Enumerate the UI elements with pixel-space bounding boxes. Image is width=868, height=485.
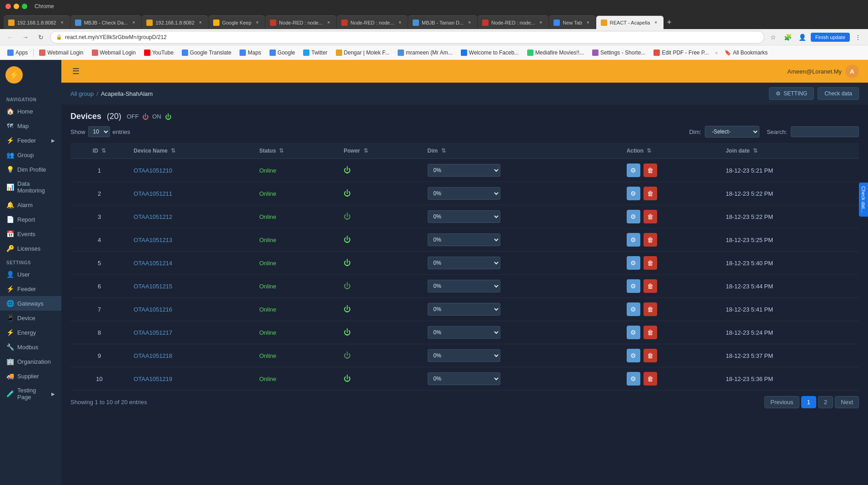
tab-close-7[interactable]: × [466,20,473,26]
minimize-button[interactable] [14,4,19,9]
device-name-link[interactable]: OTAA1051215 [134,283,172,290]
reload-button[interactable]: ↻ [35,31,47,44]
bookmarks-more-icon[interactable]: » [713,50,720,55]
action-sort-icon[interactable]: ⇅ [647,148,651,154]
profile-icon[interactable]: 👤 [796,31,809,44]
settings-action-button[interactable]: ⚙ [627,210,640,223]
dim-cell-select[interactable]: 0% 25% 50% 75% 100% [428,233,500,246]
bookmark-settings[interactable]: Settings - Shorte... [589,48,649,57]
dim-cell-select[interactable]: 0% 25% 50% 75% 100% [428,187,500,200]
tab-close-1[interactable]: × [59,20,65,26]
status-sort-icon[interactable]: ⇅ [279,148,284,154]
sidebar-item-events[interactable]: 📅 Events [0,227,61,241]
device-name-link[interactable]: OTAA1051210 [134,167,172,174]
previous-button[interactable]: Previous [764,396,799,408]
new-tab-button[interactable]: + [664,15,674,29]
settings-action-button[interactable]: ⚙ [627,302,640,316]
sidebar-item-gateways[interactable]: 🌐 Gateways [0,296,61,311]
breadcrumb-all-group[interactable]: All group [70,90,94,97]
extensions-icon[interactable]: 🧩 [782,31,794,44]
delete-action-button[interactable]: 🗑 [644,349,657,362]
sidebar-item-energy[interactable]: ⚡ Energy [0,325,61,340]
sidebar-item-report[interactable]: 📄 Report [0,212,61,227]
page-1-button[interactable]: 1 [801,396,816,408]
device-name-link[interactable]: OTAA1051219 [134,376,172,382]
sidebar-item-modbus[interactable]: 🔧 Modbus [0,340,61,354]
sidebar-item-group[interactable]: 👥 Group [0,148,61,162]
sidebar-item-dim-profile[interactable]: 💡 Dim Profile [0,162,61,177]
sidebar-item-device[interactable]: 📱 Device [0,311,61,325]
delete-action-button[interactable]: 🗑 [644,302,657,316]
delete-action-button[interactable]: 🗑 [644,279,657,293]
sidebar-item-organization[interactable]: 🏢 Organization [0,354,61,369]
settings-action-button[interactable]: ⚙ [627,187,640,200]
settings-action-button[interactable]: ⚙ [627,372,640,386]
settings-action-button[interactable]: ⚙ [627,163,640,177]
tab-close-9[interactable]: × [585,20,591,26]
close-button[interactable] [5,4,11,9]
device-name-link[interactable]: OTAA1051211 [134,190,172,197]
bookmark-webmail2[interactable]: Webmail Login [88,48,140,57]
dim-cell-select[interactable]: 0% 25% 50% 75% 100% [428,164,500,177]
dim-cell-select[interactable]: 0% 25% 50% 75% 100% [428,257,500,269]
bookmark-dengar[interactable]: Dengar | Molek F... [332,48,394,57]
bookmark-twitter[interactable]: Twitter [299,48,331,57]
device-name-link[interactable]: OTAA1051213 [134,237,172,243]
tab-4[interactable]: Google Keep × [209,15,265,29]
setting-button[interactable]: ⚙ SETTING [769,87,814,100]
user-avatar[interactable]: A [845,64,859,78]
dim-cell-select[interactable]: 0% 25% 50% 75% 100% [428,372,500,385]
bookmark-youtube[interactable]: YouTube [140,48,177,57]
delete-action-button[interactable]: 🗑 [644,326,657,339]
settings-action-button[interactable]: ⚙ [627,349,640,362]
bookmark-apps[interactable]: Apps [4,48,31,57]
sidebar-item-licenses[interactable]: 🔑 Licenses [0,241,61,256]
check-data-button[interactable]: Check data [818,87,859,100]
sidebar-item-supplier[interactable]: 🚚 Supplier [0,369,61,383]
tab-close-5[interactable]: × [325,20,332,26]
tab-3[interactable]: 192.168.1.8:8082 × [142,15,208,29]
tab-close-2[interactable]: × [130,20,137,26]
device-name-link[interactable]: OTAA1051214 [134,260,172,267]
search-input[interactable] [791,126,859,137]
dim-select[interactable]: -Select- 0% 25% 50% 75% 100% [705,126,759,138]
tab-close-6[interactable]: × [397,20,403,26]
delete-action-button[interactable]: 🗑 [644,372,657,386]
sidebar-item-map[interactable]: 🗺 Map [0,119,61,133]
dim-cell-select[interactable]: 0% 25% 50% 75% 100% [428,303,500,316]
delete-action-button[interactable]: 🗑 [644,163,657,177]
tab-2[interactable]: MBJB - Check Da... × [70,15,142,29]
power-sort-icon[interactable]: ⇅ [364,148,368,154]
tab-7[interactable]: MBJB - Taman D... × [408,15,477,29]
sidebar-item-feeder[interactable]: ⚡ Feeder ▶ [0,133,61,148]
tab-close-3[interactable]: × [197,20,204,26]
tab-8[interactable]: Node-RED : node... × [478,15,549,29]
tab-6[interactable]: Node-RED : node... × [337,15,408,29]
bookmark-maps[interactable]: Maps [236,48,264,57]
settings-action-button[interactable]: ⚙ [627,256,640,270]
dim-cell-select[interactable]: 0% 25% 50% 75% 100% [428,280,500,292]
sidebar-item-home[interactable]: 🏠 Home [0,104,61,119]
back-button[interactable]: ← [4,31,16,44]
dim-sort-icon[interactable]: ⇅ [441,148,446,154]
device-name-sort-icon[interactable]: ⇅ [171,148,175,154]
page-2-button[interactable]: 2 [818,396,833,408]
address-bar[interactable]: 🔒 react.net.my/sYE8kSrGbwM=/groupD/212 [50,31,764,44]
dim-cell-select[interactable]: 0% 25% 50% 75% 100% [428,326,500,339]
settings-action-button[interactable]: ⚙ [627,279,640,293]
bookmark-mrameen[interactable]: mrameen (Mr Am... [394,48,456,57]
tab-10[interactable]: REACT - Acapella × [596,15,663,29]
tab-9[interactable]: New Tab × [549,15,596,29]
bookmark-icon[interactable]: ☆ [767,31,780,44]
maximize-button[interactable] [22,4,27,9]
sidebar-item-testing-page[interactable]: 🧪 Testing Page ▶ [0,383,61,404]
next-button[interactable]: Next [835,396,859,408]
tab-close-8[interactable]: × [538,20,544,26]
bookmark-mediafire[interactable]: Mediafire Movies!!... [524,48,588,57]
device-name-link[interactable]: OTAA1051216 [134,306,172,313]
bookmark-translate[interactable]: Google Translate [178,48,235,57]
device-name-link[interactable]: OTAA1051217 [134,329,172,336]
menu-icon[interactable]: ⋮ [852,31,864,44]
forward-button[interactable]: → [19,31,32,44]
bookmark-editpdf[interactable]: Edit PDF - Free P... [650,48,712,57]
